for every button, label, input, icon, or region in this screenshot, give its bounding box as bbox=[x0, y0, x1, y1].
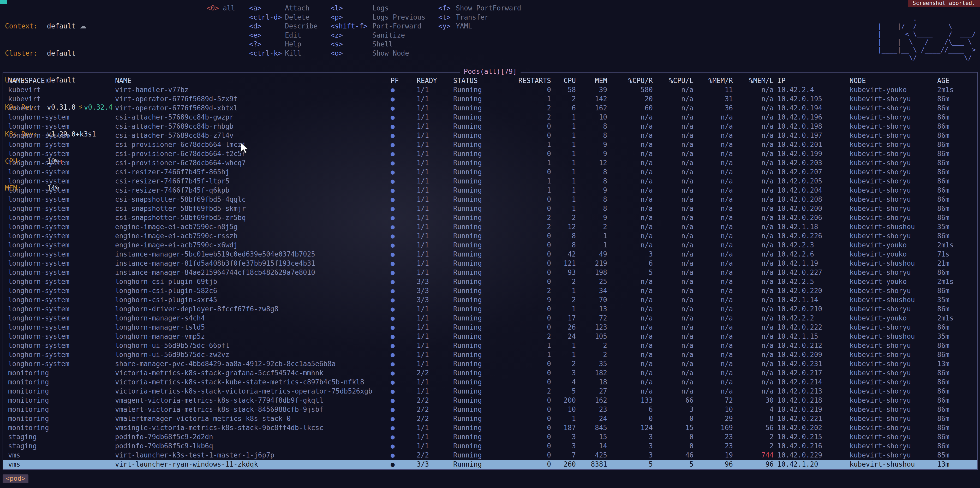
table-row[interactable]: longhorn-systemlonghorn-manager-vmp5z●1/… bbox=[3, 332, 977, 341]
column-header-age: AGE bbox=[933, 76, 972, 85]
menu-item-port-forward[interactable]: <shift-f>Port-Forward bbox=[331, 22, 438, 31]
menu-key: <f> bbox=[438, 4, 456, 13]
cell-cpur: n/a bbox=[607, 213, 653, 223]
table-row[interactable]: longhorn-systemengine-image-ei-acb7590c-… bbox=[3, 223, 977, 232]
table-row[interactable]: longhorn-systemlonghorn-csi-plugin-69tjb… bbox=[3, 277, 977, 286]
menu-item-kill[interactable]: <ctrl-k>Kill bbox=[249, 49, 331, 58]
table-row[interactable]: kubevirtvirt-operator-6776f5689d-5zx9t●1… bbox=[3, 94, 977, 103]
table-row[interactable]: longhorn-systemlonghorn-manager-tsld5●1/… bbox=[3, 323, 977, 332]
table-row[interactable]: monitoringvmagent-victoria-metrics-k8s-s… bbox=[3, 396, 977, 405]
table-row-selected[interactable]: vmsvirt-launcher-ryan-windows-11-zkdqk●3… bbox=[3, 460, 977, 469]
table-row[interactable]: kubevirtvirt-handler-v77bz●1/1Running058… bbox=[3, 85, 977, 94]
menu-item-edit[interactable]: <e>Edit bbox=[249, 31, 331, 40]
menu-item-show-node[interactable]: <o>Show Node bbox=[331, 49, 438, 58]
cell-cpul: n/a bbox=[653, 232, 694, 241]
table-row[interactable]: monitoringvictoria-metrics-k8s-stack-gra… bbox=[3, 369, 977, 378]
menu-item-describe[interactable]: <d>Describe bbox=[249, 22, 331, 31]
table-row[interactable]: longhorn-systemcsi-provisioner-6c78dcb66… bbox=[3, 149, 977, 158]
cell-mem: 142 bbox=[576, 94, 607, 103]
cell-meml: n/a bbox=[733, 113, 774, 122]
cell-pf: ● bbox=[391, 277, 417, 286]
table-row[interactable]: monitoringvictoria-metrics-k8s-stack-vic… bbox=[3, 387, 977, 396]
menu-item-shell[interactable]: <s>Shell bbox=[331, 40, 438, 49]
cell-namespace: longhorn-system bbox=[8, 296, 115, 305]
menu-item-transfer[interactable]: <t>Transfer bbox=[438, 13, 521, 22]
table-row[interactable]: longhorn-systemcsi-resizer-7466f7b45f-86… bbox=[3, 167, 977, 176]
table-row[interactable]: vmsvirt-launcher-k3s-test-1-master-1-j6p… bbox=[3, 451, 977, 460]
menu-item-attach[interactable]: <a>Attach bbox=[249, 4, 331, 13]
cell-status: Running bbox=[453, 241, 517, 250]
cell-age: 2m1s bbox=[933, 241, 972, 250]
table-row[interactable]: longhorn-systeminstance-manager-5bc01eeb… bbox=[3, 250, 977, 259]
table-row[interactable]: longhorn-systeminstance-manager-81fd5a40… bbox=[3, 259, 977, 268]
table-row[interactable]: longhorn-systemcsi-resizer-7466f7b45f-lt… bbox=[3, 176, 977, 186]
cell-ip: 10.42.2.6 bbox=[774, 250, 846, 259]
column-header-node: NODE bbox=[846, 76, 933, 85]
cell-ready: 3/3 bbox=[417, 277, 453, 286]
table-row[interactable]: longhorn-systemcsi-provisioner-6c78dcb66… bbox=[3, 158, 977, 167]
table-row[interactable]: longhorn-systemcsi-snapshotter-58bf69fbd… bbox=[3, 204, 977, 213]
menu-item-help[interactable]: <?>Help bbox=[249, 40, 331, 49]
table-row[interactable]: kubevirtvirt-operator-6776f5689d-xbtxl●1… bbox=[3, 103, 977, 113]
table-row[interactable]: stagingpodinfo-79db68f5c9-lkb6q●1/1Runni… bbox=[3, 442, 977, 451]
cell-name: csi-snapshotter-58bf69fbd5-skmjr bbox=[115, 204, 391, 213]
cell-cpul: n/a bbox=[653, 122, 694, 131]
menu-item-sanitize[interactable]: <z>Sanitize bbox=[331, 31, 438, 40]
cell-ip: 10.42.0.209 bbox=[774, 350, 846, 359]
table-row[interactable]: longhorn-systemcsi-attacher-57689cc84b-r… bbox=[3, 122, 977, 131]
cell-namespace: staging bbox=[8, 442, 115, 451]
table-row[interactable]: longhorn-systemcsi-resizer-7466f7b45f-q6… bbox=[3, 186, 977, 195]
cell-status: Running bbox=[453, 204, 517, 213]
cell-age: 86m bbox=[933, 378, 972, 387]
cell-age: 86m bbox=[933, 396, 972, 405]
logo-line: \/ \/ bbox=[878, 54, 976, 62]
table-row[interactable]: longhorn-systemcsi-attacher-57689cc84b-g… bbox=[3, 113, 977, 122]
cell-pf: ● bbox=[391, 213, 417, 223]
cell-age: 21m bbox=[933, 259, 972, 268]
table-row[interactable]: longhorn-systemshare-manager-pvc-4bbd842… bbox=[3, 359, 977, 369]
table-row[interactable]: monitoringvmsingle-victoria-metrics-k8s-… bbox=[3, 423, 977, 432]
table-row[interactable]: longhorn-systemcsi-snapshotter-58bf69fbd… bbox=[3, 195, 977, 204]
cell-restarts: 1 bbox=[517, 186, 551, 195]
table-row[interactable]: longhorn-systemengine-image-ei-acb7590c-… bbox=[3, 232, 977, 241]
cell-ip: 10.42.0.218 bbox=[774, 396, 846, 405]
table-row[interactable]: longhorn-systemcsi-snapshotter-58bf69fbd… bbox=[3, 213, 977, 223]
menu-item-show-portforward[interactable]: <f>Show PortForward bbox=[438, 4, 521, 13]
cell-cpul: n/a bbox=[653, 195, 694, 204]
table-row[interactable]: longhorn-systemlonghorn-ui-56d9b575dc-zw… bbox=[3, 350, 977, 359]
table-row[interactable]: monitoringvmalert-victoria-metrics-k8s-s… bbox=[3, 405, 977, 414]
table-row[interactable]: monitoringvictoria-metrics-k8s-stack-kub… bbox=[3, 378, 977, 387]
table-row[interactable]: longhorn-systeminstance-manager-84ae2159… bbox=[3, 268, 977, 277]
cell-cpul: n/a bbox=[653, 323, 694, 332]
cell-cpu: 58 bbox=[551, 85, 576, 94]
table-row[interactable]: longhorn-systemlonghorn-csi-plugin-sxr45… bbox=[3, 296, 977, 305]
cell-cpu: 121 bbox=[551, 259, 576, 268]
cell-meml: 30 bbox=[733, 396, 774, 405]
cell-cpur: n/a bbox=[607, 296, 653, 305]
table-row[interactable]: longhorn-systemlonghorn-csi-plugin-582c6… bbox=[3, 286, 977, 296]
table-row[interactable]: longhorn-systemlonghorn-ui-56d9b575dc-66… bbox=[3, 341, 977, 350]
table-row[interactable]: longhorn-systemengine-image-ei-acb7590c-… bbox=[3, 241, 977, 250]
table-row[interactable]: longhorn-systemcsi-attacher-57689cc84b-z… bbox=[3, 131, 977, 140]
menu-item-all[interactable]: <0>all bbox=[207, 4, 249, 13]
table-row[interactable]: longhorn-systemlonghorn-driver-deployer-… bbox=[3, 305, 977, 314]
menu-description: YAML bbox=[456, 22, 472, 30]
table-row[interactable]: stagingpodinfo-79db68f5c9-2d2dn●1/1Runni… bbox=[3, 432, 977, 442]
table-row[interactable]: monitoringvmalertmanager-victoria-metric… bbox=[3, 414, 977, 423]
cell-ip: 10.42.0.197 bbox=[774, 131, 846, 140]
table-row[interactable]: longhorn-systemlonghorn-manager-s4ch4●1/… bbox=[3, 314, 977, 323]
cell-ready: 1/1 bbox=[417, 186, 453, 195]
cell-cpur: n/a bbox=[607, 350, 653, 359]
cell-cpul: n/a bbox=[653, 223, 694, 232]
breadcrumb-pod[interactable]: <pod> bbox=[3, 474, 29, 483]
menu-item-delete[interactable]: <ctrl-d>Delete bbox=[249, 13, 331, 22]
cell-status: Running bbox=[453, 268, 517, 277]
table-row[interactable]: longhorn-systemcsi-provisioner-6c78dcb66… bbox=[3, 140, 977, 149]
menu-item-yaml[interactable]: <y>YAML bbox=[438, 22, 521, 31]
column-header-name: NAME bbox=[115, 76, 391, 85]
menu-item-logs[interactable]: <l>Logs bbox=[331, 4, 438, 13]
cell-mem: 2 bbox=[576, 341, 607, 350]
cell-status: Running bbox=[453, 305, 517, 314]
cell-restarts: 1 bbox=[517, 341, 551, 350]
menu-item-logs-previous[interactable]: <p>Logs Previous bbox=[331, 13, 438, 22]
